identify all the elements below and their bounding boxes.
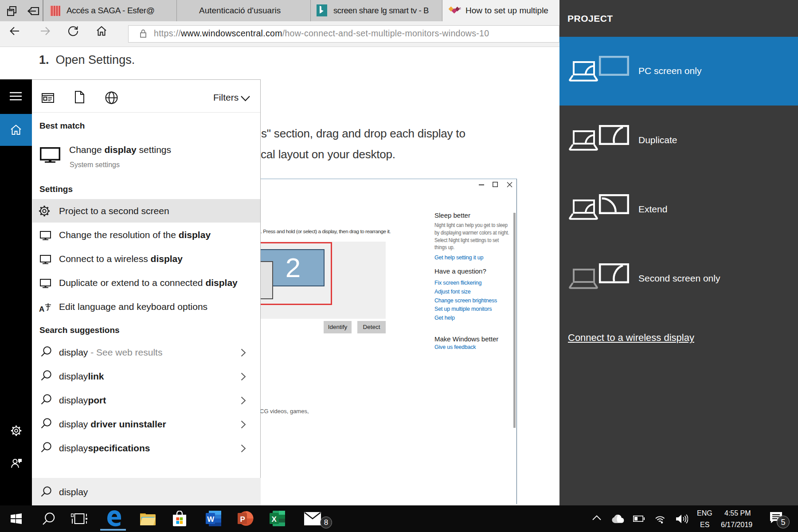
svg-text:W: W xyxy=(207,515,215,524)
svg-text:c: c xyxy=(459,6,462,10)
svg-text:P: P xyxy=(240,515,245,524)
svg-text:X: X xyxy=(272,515,277,524)
svg-text:A: A xyxy=(39,305,44,313)
